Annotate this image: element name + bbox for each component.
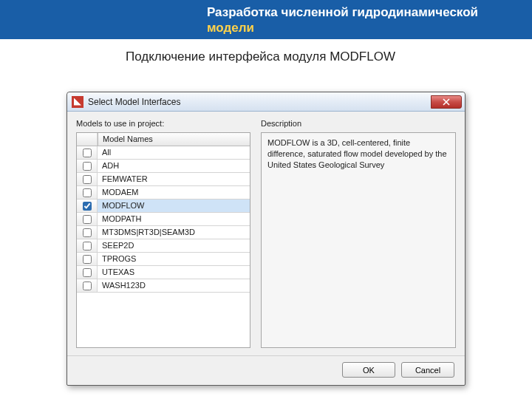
model-row-checkbox-cell — [77, 173, 98, 185]
model-checkbox[interactable] — [83, 202, 92, 211]
model-checkbox[interactable] — [83, 242, 92, 250]
grid-header-chk — [77, 133, 98, 146]
model-name: ADH — [98, 160, 250, 172]
description-label: Description — [261, 119, 456, 128]
model-name: UTEXAS — [98, 266, 250, 279]
model-name: SEEP2D — [98, 239, 250, 252]
model-name: All — [98, 146, 250, 159]
model-name: TPROGS — [98, 253, 250, 265]
model-name: WASH123D — [98, 279, 250, 292]
grid-header: Model Names — [77, 133, 250, 146]
window-title: Select Model Interfaces — [88, 97, 431, 107]
titlebar[interactable]: Select Model Interfaces — [67, 92, 465, 112]
model-row-checkbox-cell — [77, 253, 98, 265]
model-checkbox[interactable] — [83, 255, 92, 264]
model-checkbox[interactable] — [83, 175, 92, 184]
banner-line1: Разработка численной гидродинамической — [207, 5, 478, 19]
model-row-checkbox-cell — [77, 146, 98, 159]
model-row[interactable]: WASH123D — [77, 279, 250, 293]
model-row-checkbox-cell — [77, 213, 98, 225]
model-row[interactable]: FEMWATER — [77, 173, 250, 186]
model-row[interactable]: MODAEM — [77, 186, 250, 200]
model-name: MODPATH — [98, 213, 250, 225]
close-icon — [443, 98, 450, 106]
button-row: OK Cancel — [76, 362, 456, 379]
close-button[interactable] — [431, 95, 462, 109]
window-body: Models to use in project: Model Names Al… — [67, 112, 465, 385]
banner-line2: модели — [207, 21, 254, 35]
model-row-checkbox-cell — [77, 186, 98, 199]
model-checkbox[interactable] — [83, 228, 92, 237]
models-label: Models to use in project: — [76, 119, 250, 128]
model-name: MODAEM — [98, 186, 250, 199]
grid-header-name: Model Names — [98, 133, 250, 146]
model-row-checkbox-cell — [77, 279, 98, 292]
separator — [67, 355, 465, 356]
model-row[interactable]: MODPATH — [77, 213, 250, 226]
model-row[interactable]: SEEP2D — [77, 239, 250, 253]
model-row[interactable]: MT3DMS|RT3D|SEAM3D — [77, 226, 250, 239]
model-checkbox[interactable] — [83, 215, 92, 224]
app-icon — [72, 96, 83, 108]
page-banner: Разработка численной гидродинамической м… — [0, 0, 532, 39]
model-row[interactable]: UTEXAS — [77, 266, 250, 279]
model-checkbox[interactable] — [83, 149, 92, 157]
model-row-checkbox-cell — [77, 160, 98, 172]
model-row[interactable]: TPROGS — [77, 253, 250, 266]
model-checkbox[interactable] — [83, 188, 92, 197]
cancel-button[interactable]: Cancel — [401, 362, 454, 378]
model-checkbox[interactable] — [83, 162, 92, 171]
model-checkbox[interactable] — [83, 268, 92, 277]
model-row-checkbox-cell — [77, 200, 98, 212]
ok-button[interactable]: OK — [342, 362, 395, 378]
models-grid: Model Names AllADHFEMWATERMODAEMMODFLOWM… — [76, 132, 250, 348]
dialog-window: Select Model Interfaces Models to use in… — [66, 92, 466, 386]
model-checkbox[interactable] — [83, 282, 92, 290]
model-row-checkbox-cell — [77, 239, 98, 252]
page-subtitle: Подключение интерфейса модуля MODFLOW — [0, 39, 532, 72]
model-row-checkbox-cell — [77, 266, 98, 279]
model-row[interactable]: ADH — [77, 160, 250, 173]
model-name: MODFLOW — [98, 200, 250, 212]
model-name: FEMWATER — [98, 173, 250, 185]
model-row-checkbox-cell — [77, 226, 98, 239]
model-row[interactable]: MODFLOW — [77, 200, 250, 213]
description-box: MODFLOW is a 3D, cell-centered, finite d… — [261, 132, 456, 348]
model-name: MT3DMS|RT3D|SEAM3D — [98, 226, 250, 239]
model-row[interactable]: All — [77, 146, 250, 160]
